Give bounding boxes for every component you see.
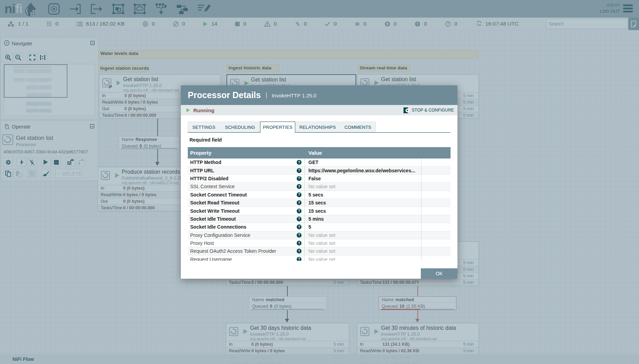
- property-name: Socket Idle Connections: [188, 224, 247, 230]
- properties-table: Property Value HTTP Method?GETHTTP URL?h…: [188, 147, 451, 261]
- property-row[interactable]: SSL Context Service?No value set: [188, 183, 451, 191]
- property-extra-cell: [422, 183, 451, 190]
- property-value: 5: [305, 223, 422, 231]
- processor-details-dialog: Processor Details | InvokeHTTP 1.25.0 Ru…: [181, 85, 457, 279]
- property-row[interactable]: Request Username?No value set: [188, 256, 451, 261]
- tab-settings[interactable]: SETTINGS: [188, 122, 220, 132]
- running-state-label: Running: [193, 107, 214, 113]
- property-name: Socket Write Timeout: [188, 208, 240, 214]
- property-cell: Socket Write Timeout?: [188, 207, 305, 214]
- tab-comments[interactable]: COMMENTS: [340, 122, 376, 132]
- property-cell: Socket Connect Timeout?: [188, 191, 305, 199]
- property-name: HTTP Method: [188, 160, 221, 165]
- property-extra-cell: [422, 231, 451, 239]
- property-value: 5 mins: [305, 215, 422, 223]
- property-cell: Socket Idle Connections?: [188, 223, 305, 231]
- property-help-icon[interactable]: ?: [297, 192, 302, 197]
- tab-relationships[interactable]: RELATIONSHIPS: [296, 122, 339, 132]
- property-row[interactable]: Request OAuth2 Access Token Provider?No …: [188, 247, 451, 255]
- dialog-title-separator: |: [266, 92, 267, 99]
- tab-scheduling[interactable]: SCHEDULING: [221, 122, 259, 132]
- tab-label: RELATIONSHIPS: [299, 125, 336, 130]
- property-help-icon[interactable]: ?: [297, 241, 302, 246]
- value-column-header: Value: [305, 150, 322, 156]
- property-cell: Request Username?: [188, 256, 305, 261]
- property-extra-cell: [422, 199, 451, 207]
- property-help-icon[interactable]: ?: [297, 217, 302, 221]
- property-row[interactable]: Socket Read Timeout?15 secs: [188, 199, 451, 207]
- property-value: No value set: [305, 231, 422, 239]
- property-row[interactable]: Socket Idle Timeout?5 mins: [188, 215, 451, 223]
- property-value: GET: [305, 159, 422, 166]
- property-extra-cell: [422, 256, 451, 261]
- property-help-icon[interactable]: ?: [297, 233, 302, 238]
- tab-label: PROPERTIES: [263, 125, 293, 130]
- property-name: Request OAuth2 Access Token Provider: [188, 248, 276, 254]
- property-value: No value set: [305, 239, 422, 247]
- ok-button[interactable]: OK: [421, 268, 457, 279]
- stop-and-configure-button[interactable]: STOP & CONFIGURE: [404, 107, 454, 113]
- property-help-icon[interactable]: ?: [297, 200, 302, 205]
- property-extra-cell: [422, 239, 451, 247]
- property-row[interactable]: Socket Write Timeout?15 secs: [188, 207, 451, 215]
- property-name: SSL Context Service: [188, 184, 235, 189]
- property-name: Request Username: [188, 257, 232, 261]
- property-help-icon[interactable]: ?: [297, 209, 302, 213]
- property-name: Proxy Configuration Service: [188, 232, 250, 238]
- property-name: Socket Read Timeout: [188, 200, 239, 205]
- property-cell: Proxy Host?: [188, 239, 305, 247]
- property-value: 5 secs: [305, 191, 422, 199]
- tab-label: SCHEDULING: [225, 125, 255, 130]
- property-cell: Proxy Configuration Service?: [188, 231, 305, 239]
- property-value: 15 secs: [305, 207, 422, 214]
- property-extra-cell: [422, 223, 451, 231]
- property-help-icon[interactable]: ?: [297, 176, 302, 181]
- property-value: False: [305, 175, 422, 182]
- property-extra-cell: [422, 166, 451, 174]
- property-name: HTTP/2 Disabled: [188, 176, 228, 181]
- tab-label: COMMENTS: [344, 125, 371, 130]
- property-value: No value set: [305, 183, 422, 190]
- configure-gear-icon: [404, 107, 410, 113]
- property-cell: Socket Idle Timeout?: [188, 215, 305, 223]
- property-row[interactable]: HTTP Method?GET: [188, 159, 451, 166]
- property-row[interactable]: Socket Connect Timeout?5 secs: [188, 191, 451, 199]
- property-name: Socket Idle Timeout: [188, 216, 236, 222]
- property-value: No value set: [305, 247, 422, 255]
- running-state-icon: [186, 108, 190, 112]
- property-extra-cell: [422, 207, 451, 214]
- property-name: HTTP URL: [188, 168, 214, 173]
- property-cell: SSL Context Service?: [188, 183, 305, 190]
- property-help-icon[interactable]: ?: [297, 257, 302, 261]
- property-row[interactable]: Proxy Host?No value set: [188, 239, 451, 247]
- property-value: No value set: [305, 256, 422, 261]
- property-extra-cell: [422, 159, 451, 166]
- property-help-icon[interactable]: ?: [297, 168, 302, 173]
- dialog-title: Processor Details: [188, 90, 261, 100]
- property-help-icon[interactable]: ?: [297, 249, 302, 253]
- tab-label: SETTINGS: [192, 125, 215, 130]
- property-extra-cell: [422, 191, 451, 199]
- property-help-icon[interactable]: ?: [297, 160, 302, 165]
- tab-properties[interactable]: PROPERTIES: [260, 122, 295, 133]
- property-name: Socket Connect Timeout: [188, 192, 247, 198]
- property-value: https://www.pegelonline.wsv.de/webservic…: [305, 166, 422, 174]
- dialog-header: Processor Details | InvokeHTTP 1.25.0: [181, 85, 457, 105]
- property-extra-cell: [422, 247, 451, 255]
- property-row[interactable]: Socket Idle Connections?5: [188, 223, 451, 231]
- property-column-header: Property: [188, 150, 305, 156]
- property-extra-cell: [422, 215, 451, 223]
- property-row[interactable]: HTTP URL?https://www.pegelonline.wsv.de/…: [188, 166, 451, 174]
- property-help-icon[interactable]: ?: [297, 184, 302, 189]
- property-extra-cell: [422, 175, 451, 182]
- properties-table-header: Property Value: [188, 147, 451, 159]
- property-cell: HTTP URL?: [188, 166, 305, 174]
- property-help-icon[interactable]: ?: [297, 224, 302, 229]
- property-row[interactable]: HTTP/2 Disabled?False: [188, 175, 451, 183]
- property-row[interactable]: Proxy Configuration Service?No value set: [188, 231, 451, 239]
- property-cell: HTTP/2 Disabled?: [188, 175, 305, 182]
- property-cell: HTTP Method?: [188, 159, 305, 166]
- required-field-note: Required field: [189, 137, 222, 143]
- nifi-application: nifi admin LOG OUT 1 / 10613 / 162.02 KB…: [0, 0, 639, 364]
- dialog-tabs: SETTINGSSCHEDULINGPROPERTIESRELATIONSHIP…: [188, 122, 451, 133]
